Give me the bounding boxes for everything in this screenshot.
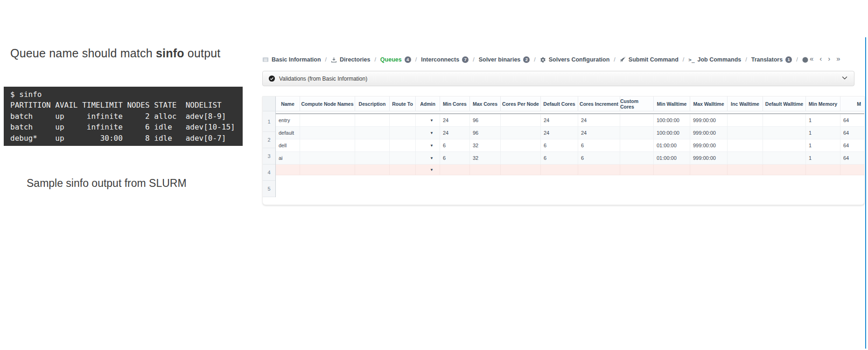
cell-default-walltime[interactable] bbox=[763, 139, 806, 152]
cell-min-walltime[interactable]: 01:00:00 bbox=[654, 152, 690, 165]
cell-name[interactable]: default bbox=[276, 127, 300, 139]
cell-min-memory[interactable]: 1 bbox=[806, 127, 840, 139]
cell-min-cores[interactable]: 6 bbox=[440, 139, 470, 152]
breadcrumb-item-basic-information[interactable]: Basic Information bbox=[262, 56, 321, 63]
cell-min-cores[interactable] bbox=[440, 165, 470, 175]
admin-dropdown-arrow[interactable]: ▼ bbox=[416, 139, 440, 152]
cell-min-memory[interactable]: 1 bbox=[806, 114, 840, 127]
column-header-inc-walltime[interactable]: Inc Walltime bbox=[728, 96, 763, 111]
cell-default-walltime[interactable] bbox=[763, 114, 806, 127]
cell-default-cores[interactable]: 24 bbox=[541, 127, 578, 139]
column-header-min-walltime[interactable]: Min Walltime bbox=[654, 96, 690, 111]
cell-cores-increment[interactable]: 6 bbox=[578, 152, 620, 165]
cell-m[interactable]: 64 bbox=[840, 152, 865, 165]
column-header-default-walltime[interactable]: Default Walltime bbox=[763, 96, 806, 111]
admin-dropdown-arrow[interactable]: ▼ bbox=[416, 165, 440, 175]
cell-max-cores[interactable] bbox=[470, 165, 501, 175]
breadcrumb-item-submit-command[interactable]: Submit Command bbox=[620, 56, 679, 63]
row-number[interactable]: 2 bbox=[263, 132, 275, 148]
cell-name[interactable]: dell bbox=[276, 139, 300, 152]
cell-inc-walltime[interactable] bbox=[728, 127, 763, 139]
cell-min-memory[interactable] bbox=[806, 165, 840, 175]
cell-min-walltime[interactable]: 100:00:00 bbox=[654, 127, 690, 139]
cell-compute-node-names[interactable] bbox=[300, 114, 355, 127]
cell-cores-per-node[interactable] bbox=[501, 165, 541, 175]
cell-max-walltime[interactable]: 999:00:00 bbox=[690, 114, 728, 127]
cell-m[interactable]: 64 bbox=[840, 114, 865, 127]
cell-custom-cores[interactable] bbox=[620, 114, 654, 127]
pager-next-button[interactable]: › bbox=[828, 55, 830, 62]
column-header-cores-increment[interactable]: Cores Increment bbox=[578, 96, 620, 111]
cell-min-cores[interactable]: 24 bbox=[440, 127, 470, 139]
row-number[interactable]: 3 bbox=[263, 148, 275, 165]
cell-name[interactable]: ai bbox=[276, 152, 300, 165]
cell-min-cores[interactable]: 6 bbox=[440, 152, 470, 165]
breadcrumb-item-queues[interactable]: Queues4 bbox=[380, 56, 411, 63]
cell-default-walltime[interactable] bbox=[763, 165, 806, 175]
breadcrumb-item-server-rou[interactable]: Server Rou bbox=[802, 56, 808, 63]
cell-custom-cores[interactable] bbox=[620, 152, 654, 165]
cell-compute-node-names[interactable] bbox=[300, 152, 355, 165]
cell-inc-walltime[interactable] bbox=[728, 165, 763, 175]
cell-route-to[interactable] bbox=[390, 165, 416, 175]
cell-compute-node-names[interactable] bbox=[300, 165, 355, 175]
cell-cores-increment[interactable] bbox=[578, 165, 620, 175]
cell-min-walltime[interactable]: 01:00:00 bbox=[654, 139, 690, 152]
cell-route-to[interactable] bbox=[390, 114, 416, 127]
breadcrumb-item-translators[interactable]: Translators1 bbox=[751, 56, 792, 63]
pager-previous-button[interactable]: ‹ bbox=[819, 55, 822, 62]
column-header-route-to[interactable]: Route To bbox=[390, 96, 416, 111]
column-header-compute-node-names[interactable]: Compute Node Names bbox=[300, 96, 355, 111]
cell-default-cores[interactable]: 6 bbox=[541, 139, 578, 152]
pager-last-button[interactable]: » bbox=[836, 55, 840, 62]
column-header-max-cores[interactable]: Max Cores bbox=[470, 96, 501, 111]
breadcrumb-item-solvers-configuration[interactable]: Solvers Configuration bbox=[540, 56, 610, 63]
cell-route-to[interactable] bbox=[390, 127, 416, 139]
column-header-min-memory[interactable]: Min Memory bbox=[806, 96, 840, 111]
cell-max-cores[interactable]: 96 bbox=[470, 114, 501, 127]
cell-max-cores[interactable]: 32 bbox=[470, 139, 501, 152]
cell-max-walltime[interactable]: 999:00:00 bbox=[690, 127, 728, 139]
breadcrumb-item-solver-binaries[interactable]: Solver binaries2 bbox=[479, 56, 530, 63]
cell-max-walltime[interactable]: 999:00:00 bbox=[690, 152, 728, 165]
cell-inc-walltime[interactable] bbox=[728, 152, 763, 165]
cell-description[interactable] bbox=[355, 114, 390, 127]
column-header-default-cores[interactable]: Default Cores bbox=[541, 96, 578, 111]
cell-max-walltime[interactable]: 999:00:00 bbox=[690, 139, 728, 152]
row-number[interactable]: 1 bbox=[263, 111, 275, 132]
cell-default-cores[interactable]: 24 bbox=[541, 114, 578, 127]
column-header-custom-cores[interactable]: Custom Cores bbox=[620, 96, 654, 111]
cell-inc-walltime[interactable] bbox=[728, 139, 763, 152]
cell-name[interactable]: entry bbox=[276, 114, 300, 127]
chevron-down-icon[interactable] bbox=[841, 74, 848, 83]
cell-min-walltime[interactable]: 100:00:00 bbox=[654, 114, 690, 127]
cell-route-to[interactable] bbox=[390, 139, 416, 152]
cell-max-cores[interactable]: 32 bbox=[470, 152, 501, 165]
column-header-max-walltime[interactable]: Max Walltime bbox=[690, 96, 728, 111]
cell-description[interactable] bbox=[355, 127, 390, 139]
cell-custom-cores[interactable] bbox=[620, 139, 654, 152]
cell-custom-cores[interactable] bbox=[620, 127, 654, 139]
cell-default-cores[interactable]: 6 bbox=[541, 152, 578, 165]
cell-min-memory[interactable]: 1 bbox=[806, 139, 840, 152]
row-number[interactable]: 4 bbox=[263, 165, 275, 181]
cell-min-memory[interactable]: 1 bbox=[806, 152, 840, 165]
cell-m[interactable]: 64 bbox=[840, 139, 865, 152]
cell-cores-per-node[interactable] bbox=[501, 152, 541, 165]
cell-cores-per-node[interactable] bbox=[501, 127, 541, 139]
breadcrumb-item-job-commands[interactable]: >_Job Commands bbox=[688, 56, 741, 63]
cell-description[interactable] bbox=[355, 165, 390, 175]
column-header-description[interactable]: Description bbox=[355, 96, 390, 111]
column-header-min-cores[interactable]: Min Cores bbox=[440, 96, 470, 111]
pager-first-button[interactable]: « bbox=[810, 55, 813, 62]
column-header-admin[interactable]: Admin bbox=[416, 96, 440, 111]
cell-m[interactable]: 64 bbox=[840, 127, 865, 139]
breadcrumb-item-directories[interactable]: Directories bbox=[331, 56, 370, 63]
cell-max-cores[interactable]: 96 bbox=[470, 127, 501, 139]
cell-cores-increment[interactable]: 6 bbox=[578, 139, 620, 152]
cell-max-walltime[interactable] bbox=[690, 165, 728, 175]
admin-dropdown-arrow[interactable]: ▼ bbox=[416, 152, 440, 165]
cell-default-walltime[interactable] bbox=[763, 152, 806, 165]
cell-name[interactable] bbox=[276, 165, 300, 175]
row-number[interactable]: 5 bbox=[263, 181, 275, 197]
